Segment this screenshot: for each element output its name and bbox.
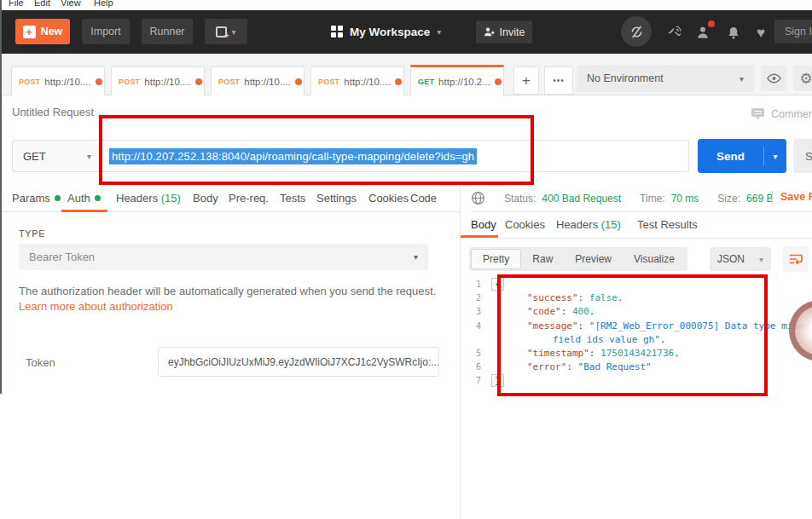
auth-description: The authorization header will be automat… [19, 285, 436, 297]
tab-method: POST [318, 78, 339, 86]
gear-icon: ⚙ [799, 72, 812, 86]
menu-file[interactable]: File [9, 0, 24, 8]
unsaved-dot-icon [96, 78, 102, 85]
request-tab-4[interactable]: POST http://10.... [310, 66, 404, 95]
import-button[interactable]: Import [82, 19, 130, 44]
tab-settings[interactable]: Settings [316, 192, 357, 205]
token-label: Token [26, 356, 55, 369]
comment-icon [751, 107, 765, 120]
notification-dot [708, 20, 715, 27]
send-options-chevron-icon[interactable]: ▾ [764, 152, 786, 161]
unsaved-dot-icon [395, 78, 402, 85]
view-raw-button[interactable]: Raw [521, 250, 564, 268]
time-value: 70 ms [671, 193, 699, 205]
settings-button[interactable]: ⚙ [793, 66, 812, 91]
method-value: GET [23, 150, 46, 163]
bell-icon [727, 26, 740, 40]
size-label: Size: [717, 193, 740, 205]
comment-button[interactable]: Comment [751, 107, 812, 120]
view-visualize-button[interactable]: Visualize [623, 250, 686, 268]
menu-help[interactable]: Help [94, 0, 113, 8]
invite-button[interactable]: Invite [476, 20, 532, 43]
environment-selector[interactable]: No Environment ▾ [577, 65, 754, 92]
chevron-down-icon: ▾ [437, 27, 441, 37]
notifications-button[interactable] [723, 22, 744, 43]
response-active-tab-underline [461, 235, 498, 238]
user-notifications-button[interactable] [693, 22, 713, 43]
view-preview-button[interactable]: Preview [564, 250, 623, 268]
new-button[interactable]: + New [15, 19, 70, 44]
menu-view[interactable]: View [61, 0, 81, 8]
send-label: Send [698, 150, 763, 163]
wrap-text-icon [788, 252, 803, 266]
top-toolbar: + New Import Runner + ▾ My Workspace ▾ I… [0, 10, 812, 54]
params-dot-icon [55, 195, 61, 201]
sync-disabled-button[interactable] [621, 16, 652, 47]
auth-type-value: Bearer Token [29, 251, 95, 263]
new-window-button[interactable]: + ▾ [205, 19, 247, 44]
window-left-edge [0, 0, 2, 394]
response-format-selector[interactable]: JSON ▾ [710, 247, 771, 271]
plus-icon: + [23, 26, 36, 38]
status-label: Status: [504, 193, 536, 205]
response-tab-headers[interactable]: Headers (15) [556, 218, 621, 231]
tab-tests[interactable]: Tests [280, 192, 305, 205]
unsaved-dot-icon [295, 78, 302, 85]
new-window-icon: + [216, 26, 227, 37]
sync-disabled-icon [629, 25, 644, 39]
token-input[interactable]: eyJhbGciOiJIUzUxMiJ9.eyJzdWIiOiJ7XCJ1c2V… [158, 347, 439, 377]
response-tabs-border [461, 238, 812, 239]
eye-icon [767, 73, 781, 84]
request-tab-1[interactable]: POST http://10.... [11, 66, 105, 95]
size-value: 669 B [746, 193, 773, 205]
tab-headers[interactable]: Headers (15) [116, 192, 181, 205]
request-title[interactable]: Untitled Request [12, 106, 94, 118]
chevron-down-icon: ▾ [414, 252, 418, 262]
proxy-button[interactable] [664, 22, 684, 43]
send-button[interactable]: Send ▾ [698, 139, 786, 173]
cookies-link[interactable]: Cookies [368, 192, 409, 205]
favorites-button[interactable]: ♥ [751, 22, 771, 43]
auth-learn-more-link[interactable]: Learn more about authorization [19, 300, 173, 313]
sign-in-button[interactable]: Sign In [774, 20, 812, 43]
tab-options-button[interactable]: ••• [544, 66, 573, 95]
environment-quick-look-button[interactable] [761, 66, 786, 91]
save-response-button[interactable]: Save Response [780, 191, 812, 203]
globe-icon [471, 191, 485, 205]
open-new-tab-button[interactable]: + [513, 66, 539, 95]
wrap-lines-button[interactable] [783, 246, 809, 272]
menu-edit[interactable]: Edit [34, 0, 50, 8]
chevron-down-icon: ▾ [231, 27, 235, 37]
workspace-switcher[interactable]: My Workspace ▾ [331, 19, 441, 44]
response-tab-test-results[interactable]: Test Results [637, 218, 698, 231]
tab-body[interactable]: Body [193, 192, 218, 205]
tab-url: http://10.2... [438, 77, 490, 87]
method-selector[interactable]: GET ▾ [12, 140, 102, 172]
auth-dot-icon [95, 195, 101, 201]
response-tab-body[interactable]: Body [471, 218, 496, 231]
tab-params[interactable]: Params [12, 192, 61, 205]
auth-type-selector[interactable]: Bearer Token ▾ [19, 244, 428, 270]
chevron-down-icon: ▾ [740, 74, 744, 84]
request-tab-3[interactable]: POST http://10.... [211, 66, 304, 95]
auth-type-label: TYPE [19, 228, 45, 239]
save-button[interactable]: Save [793, 139, 812, 173]
request-tab-active[interactable]: GET http://10.2... [410, 65, 504, 96]
postman-window: File Edit View Help + New Import Runner … [0, 0, 812, 519]
request-tab-strip: POST http://10.... POST http://10.... PO… [0, 54, 812, 95]
tab-pre-request[interactable]: Pre-req. [229, 192, 269, 205]
active-tab-underline [61, 210, 107, 212]
menu-bar: File Edit View Help [0, 0, 812, 10]
view-pretty-button[interactable]: Pretty [471, 249, 521, 269]
response-tab-cookies[interactable]: Cookies [505, 218, 545, 231]
runner-button[interactable]: Runner [142, 19, 193, 44]
workspace-label: My Workspace [350, 26, 430, 38]
code-link[interactable]: Code [410, 192, 437, 205]
status-divider [772, 191, 773, 206]
tab-url: http://10.... [144, 77, 190, 87]
unsaved-dot-icon [495, 78, 502, 85]
request-tab-2[interactable]: POST http://10.... [111, 66, 205, 95]
comment-label: Comment [771, 108, 812, 120]
tab-auth[interactable]: Auth [67, 192, 101, 205]
tab-method: GET [418, 78, 434, 86]
